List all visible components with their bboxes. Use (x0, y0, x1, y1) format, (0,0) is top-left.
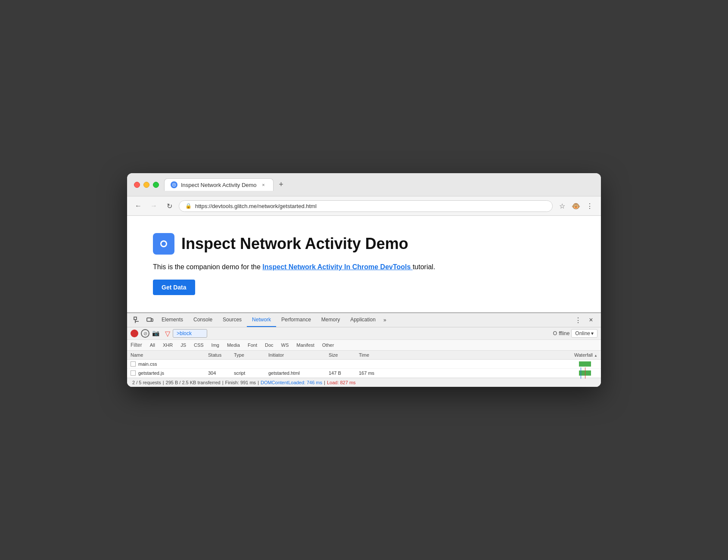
filter-tab-xhr[interactable]: XHR (159, 342, 176, 348)
get-data-button[interactable]: Get Data (153, 280, 195, 295)
browser-tab[interactable]: Inspect Network Activity Demo × (164, 178, 274, 191)
svg-rect-5 (134, 317, 137, 320)
dom-content-loaded: DOMContentLoaded: 746 ms (261, 380, 322, 385)
element-picker-icon[interactable] (131, 314, 143, 327)
network-toolbar: ⊘ 📷 ▽ Offline Online ▾ (127, 327, 601, 340)
devtools-panel: Elements Console Sources Network Perform… (127, 312, 601, 387)
cell-initiator-1: getstarted.html (268, 370, 329, 376)
page-description: This is the companion demo for the Inspe… (153, 263, 575, 271)
nav-actions: ☆ 🐵 ⋮ (556, 200, 596, 212)
sort-triangle: ▲ (594, 354, 597, 358)
address-bar[interactable]: 🔒 https://devtools.glitch.me/network/get… (179, 200, 553, 212)
svg-rect-9 (151, 319, 153, 321)
dropdown-arrow: ▾ (591, 330, 594, 336)
tab-application[interactable]: Application (345, 313, 381, 327)
cell-size-1: 147 B (329, 370, 359, 376)
record-button[interactable] (131, 330, 138, 337)
waterfall-1 (389, 370, 597, 376)
online-label: Online (575, 330, 590, 336)
title-bar: Inspect Network Activity Demo × + (127, 173, 601, 196)
filter-icon: ▽ (165, 330, 170, 338)
finish-time: Finish: 991 ms (225, 380, 256, 385)
filter-tab-doc[interactable]: Doc (261, 342, 277, 348)
devtools-menu-button[interactable]: ⋮ (572, 314, 585, 327)
address-text: https://devtools.glitch.me/network/getst… (195, 203, 546, 209)
new-tab-button[interactable]: + (275, 179, 287, 191)
device-toggle-icon[interactable] (143, 314, 156, 327)
tab-elements[interactable]: Elements (156, 313, 188, 327)
network-table: main.css getstarted.js 304 script getsta (127, 360, 601, 378)
waterfall-bar-0 (579, 361, 591, 367)
clear-button[interactable]: ⊘ (141, 329, 149, 338)
description-prefix: This is the companion demo for the (153, 263, 262, 271)
filter-tab-js[interactable]: JS (177, 342, 190, 348)
tab-favicon (171, 181, 177, 188)
load-time: Load: 827 ms (327, 380, 356, 385)
cell-type-1: script (234, 370, 268, 376)
network-right-controls: Offline Online ▾ (553, 329, 597, 338)
col-time: Time (359, 352, 389, 358)
tab-console[interactable]: Console (188, 313, 218, 327)
page-content: Inspect Network Activity Demo This is th… (127, 216, 601, 312)
filter-tabs: Filter All XHR JS CSS Img Media Font Doc… (127, 340, 601, 351)
tab-title: Inspect Network Activity Demo (181, 182, 257, 188)
cell-name-1: getstarted.js (131, 370, 208, 376)
col-size: Size (329, 352, 359, 358)
screenshot-button[interactable]: 📷 (152, 330, 162, 337)
devtools-close-button[interactable]: × (585, 314, 597, 327)
tab-sources[interactable]: Sources (218, 313, 247, 327)
filter-label: Filter (131, 342, 142, 348)
forward-button[interactable]: → (148, 200, 160, 212)
filter-tab-css[interactable]: CSS (190, 342, 207, 348)
reload-button[interactable]: ↻ (163, 200, 175, 212)
filter-tab-ws[interactable]: WS (278, 342, 292, 348)
traffic-lights (134, 182, 159, 188)
filter-input[interactable] (173, 329, 207, 338)
filter-tab-other[interactable]: Other (319, 342, 338, 348)
tab-close-button[interactable]: × (260, 181, 267, 188)
lock-icon: 🔒 (185, 203, 192, 209)
waterfall-label: Waterfall (574, 352, 593, 358)
online-dropdown[interactable]: Online ▾ (571, 329, 597, 338)
chrome-logo (153, 233, 174, 255)
tab-performance[interactable]: Performance (276, 313, 316, 327)
file-name-1: getstarted.js (138, 370, 164, 376)
row-checkbox-1[interactable] (131, 370, 136, 376)
row-checkbox-0[interactable] (131, 361, 136, 367)
description-suffix: tutorial. (413, 263, 435, 271)
more-tabs-button[interactable]: » (381, 314, 389, 327)
nav-bar: ← → ↻ 🔒 https://devtools.glitch.me/netwo… (127, 196, 601, 216)
table-row[interactable]: getstarted.js 304 script getstarted.html… (127, 369, 601, 378)
filter-tab-manifest[interactable]: Manifest (293, 342, 318, 348)
close-traffic-light[interactable] (134, 182, 140, 188)
filter-tab-img[interactable]: Img (208, 342, 223, 348)
waterfall-line-red (585, 367, 585, 379)
menu-button[interactable]: ⋮ (584, 200, 596, 212)
cell-name-0: main.css (131, 361, 208, 367)
col-status: Status (208, 352, 234, 358)
waterfall-0 (389, 361, 597, 367)
tab-network[interactable]: Network (247, 313, 276, 327)
bookmark-button[interactable]: ☆ (556, 200, 568, 212)
tab-memory[interactable]: Memory (316, 313, 345, 327)
back-button[interactable]: ← (132, 200, 144, 212)
cell-status-1: 304 (208, 370, 234, 376)
minimize-traffic-light[interactable] (143, 182, 149, 188)
offline-text: ffline (559, 330, 569, 336)
separator-1: | (163, 380, 164, 385)
filter-tab-all[interactable]: All (146, 342, 159, 348)
maximize-traffic-light[interactable] (153, 182, 159, 188)
table-row[interactable]: main.css (127, 360, 601, 369)
separator-3: | (258, 380, 259, 385)
file-name-0: main.css (138, 361, 157, 367)
browser-window: Inspect Network Activity Demo × + ← → ↻ … (127, 173, 601, 387)
page-title: Inspect Network Activity Demo (181, 235, 408, 253)
account-button[interactable]: 🐵 (570, 200, 582, 212)
filter-tab-font[interactable]: Font (244, 342, 261, 348)
separator-2: | (222, 380, 224, 385)
devtools-tab-bar: Elements Console Sources Network Perform… (127, 313, 601, 327)
page-title-row: Inspect Network Activity Demo (153, 233, 575, 255)
filter-tab-media[interactable]: Media (224, 342, 243, 348)
table-header: Name Status Type Initiator Size Time Wat… (127, 351, 601, 360)
devtools-link[interactable]: Inspect Network Activity In Chrome DevTo… (262, 263, 413, 271)
